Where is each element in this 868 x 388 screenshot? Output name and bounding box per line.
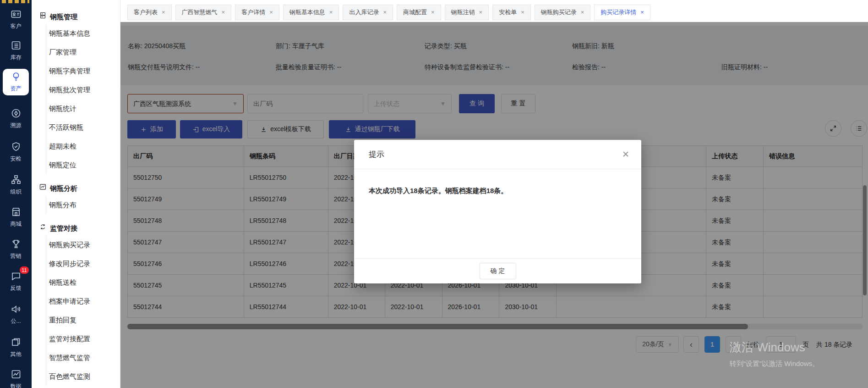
tab-label: 出入库记录 (349, 9, 379, 16)
tab-close-icon[interactable]: × (479, 9, 483, 16)
confirm-button[interactable]: 确 定 (480, 263, 516, 279)
inventory-list-icon (11, 44, 22, 52)
rail-item-feedback[interactable]: 反馈11 (3, 268, 29, 295)
tab-close-icon[interactable]: × (162, 9, 165, 16)
tab-钢瓶购买记录[interactable]: 钢瓶购买记录× (535, 5, 591, 20)
tab-出入库记录[interactable]: 出入库记录× (343, 5, 393, 20)
sidebar-group-title-text: 监管对接 (50, 222, 77, 235)
tab-label: 钢瓶基本信息 (289, 9, 325, 16)
sidebar-group-items: 钢瓶分布 (46, 195, 120, 214)
tab-钢瓶基本信息[interactable]: 钢瓶基本信息× (283, 5, 339, 20)
tab-close-icon[interactable]: × (581, 9, 584, 16)
tab-close-icon[interactable]: × (329, 9, 333, 16)
sidebar-menu: 钢瓶管理钢瓶基本信息厂家管理钢瓶字典管理钢瓶批次管理钢瓶统计不活跃钢瓶超期未检钢… (32, 0, 120, 388)
tab-close-icon[interactable]: × (269, 9, 273, 16)
sidebar-item[interactable]: 钢瓶购买记录 (46, 235, 120, 254)
tab-广西智慧燃气[interactable]: 广西智慧燃气× (175, 5, 232, 20)
sidebar-item[interactable]: 超期未检 (46, 137, 120, 155)
rail-item-announce[interactable]: 公... (3, 301, 29, 328)
tab-label: 购买记录详情 (601, 9, 636, 16)
dialog-header: 提示 ✕ (354, 140, 641, 169)
rail-item-label: 安检 (3, 155, 29, 163)
data-chart-icon (11, 373, 22, 381)
other-grid-icon (11, 341, 22, 349)
tab-close-icon[interactable]: × (521, 9, 524, 16)
import-result-dialog: 提示 ✕ 本次成功导入18条记录。钢瓶档案建档18条。 确 定 (354, 140, 641, 283)
rail-item-inventory[interactable]: 库存 (3, 38, 29, 64)
sidebar-group-items: 钢瓶基本信息厂家管理钢瓶字典管理钢瓶批次管理钢瓶统计不活跃钢瓶超期未检钢瓶定位 (46, 24, 120, 174)
sidebar-item[interactable]: 厂家管理 (46, 43, 120, 61)
sidebar-item[interactable]: 修改同步记录 (46, 254, 120, 273)
tab-label: 安检单 (499, 9, 517, 16)
rail-item-label: 其他 (3, 350, 29, 358)
sidebar-group-0: 钢瓶管理钢瓶基本信息厂家管理钢瓶字典管理钢瓶批次管理钢瓶统计不活跃钢瓶超期未检钢… (32, 10, 120, 174)
rail-item-asset[interactable]: 资产 (3, 69, 29, 95)
analysis-chart-icon (39, 182, 47, 195)
tab-bar: 客户列表×广西智慧燃气×客户详情×钢瓶基本信息×出入库记录×商城配置×钢瓶注销×… (120, 0, 868, 22)
tab-label: 钢瓶购买记录 (541, 9, 577, 16)
rail-item-label: 公... (3, 317, 29, 325)
rail-item-org[interactable]: 组织 (3, 172, 29, 199)
tab-close-icon[interactable]: × (383, 9, 387, 16)
dialog-body-text: 本次成功导入18条记录。钢瓶档案建档18条。 (354, 169, 641, 213)
rail-item-label: 数据 (3, 382, 29, 388)
sidebar-group-title-text: 钢瓶管理 (50, 10, 77, 24)
tab-label: 客户详情 (241, 9, 265, 16)
sidebar-item[interactable]: 钢瓶分布 (46, 195, 120, 214)
sidebar-item[interactable]: 监管对接配置 (46, 329, 120, 348)
rail-item-mall[interactable]: 商城 (3, 204, 29, 231)
dialog-title: 提示 (369, 149, 384, 160)
left-nav-rail: 客户库存资产溯源安检组织商城营销反馈11公...其他数据 (0, 0, 32, 388)
sidebar-item[interactable]: 钢瓶送检 (46, 273, 120, 292)
rail-item-label: 反馈 (3, 284, 29, 292)
marketing-trophy-icon (11, 243, 22, 251)
regulatory-sync-icon (39, 222, 47, 235)
sidebar-group-title[interactable]: 钢瓶管理 (32, 10, 120, 24)
tab-label: 广西智慧燃气 (182, 9, 218, 16)
tab-close-icon[interactable]: × (222, 9, 225, 16)
rail-item-data[interactable]: 数据 (3, 366, 29, 388)
tab-close-icon[interactable]: × (431, 9, 435, 16)
rail-item-label: 组织 (3, 188, 29, 196)
tab-购买记录详情[interactable]: 购买记录详情× (594, 5, 650, 20)
sidebar-group-1: 钢瓶分析钢瓶分布 (32, 182, 120, 214)
feedback-chat-icon (11, 275, 22, 283)
sidebar-group-items: 钢瓶购买记录修改同步记录钢瓶送检档案申请记录重拍回复监管对接配置智慧燃气监管百色… (46, 235, 120, 386)
asset-bulb-icon (11, 76, 22, 83)
tab-label: 商城配置 (403, 9, 427, 16)
rail-item-customer[interactable]: 客户 (3, 6, 29, 33)
rail-item-label: 资产 (3, 85, 29, 93)
close-icon[interactable]: ✕ (622, 149, 629, 160)
rail-item-label: 商城 (3, 220, 29, 228)
rail-item-marketing[interactable]: 营销 (3, 236, 29, 263)
tab-商城配置[interactable]: 商城配置× (397, 5, 441, 20)
rail-item-safety[interactable]: 安检 (3, 139, 29, 166)
org-sitemap-icon (11, 179, 22, 187)
sidebar-item[interactable]: 钢瓶批次管理 (46, 80, 120, 99)
rail-item-label: 客户 (3, 22, 29, 30)
rail-item-trace[interactable]: 溯源 (3, 105, 29, 132)
sidebar-group-title[interactable]: 监管对接 (32, 222, 120, 235)
sidebar-item[interactable]: 重拍回复 (46, 310, 120, 329)
safety-shield-icon (11, 146, 22, 154)
sidebar-group-title[interactable]: 钢瓶分析 (32, 182, 120, 195)
tab-close-icon[interactable]: × (640, 9, 644, 16)
tab-label: 客户列表 (134, 9, 158, 16)
tab-钢瓶注销[interactable]: 钢瓶注销× (445, 5, 489, 20)
sidebar-item[interactable]: 档案申请记录 (46, 292, 120, 310)
rail-item-label: 营销 (3, 252, 29, 260)
sidebar-item[interactable]: 钢瓶定位 (46, 155, 120, 174)
rail-item-other[interactable]: 其他 (3, 334, 29, 361)
sidebar-item[interactable]: 钢瓶基本信息 (46, 24, 120, 43)
sidebar-group-title-text: 钢瓶分析 (50, 182, 77, 195)
tab-安检单[interactable]: 安检单× (492, 5, 531, 20)
sidebar-item[interactable]: 钢瓶字典管理 (46, 61, 120, 80)
sidebar-item[interactable]: 百色燃气监测 (46, 367, 120, 386)
sidebar-item[interactable]: 钢瓶统计 (46, 99, 120, 118)
tab-label: 钢瓶注销 (451, 9, 475, 16)
rail-item-label: 库存 (3, 54, 29, 61)
tab-客户详情[interactable]: 客户详情× (235, 5, 279, 20)
sidebar-item[interactable]: 智慧燃气监管 (46, 348, 120, 367)
tab-客户列表[interactable]: 客户列表× (127, 5, 172, 20)
sidebar-item[interactable]: 不活跃钢瓶 (46, 118, 120, 137)
